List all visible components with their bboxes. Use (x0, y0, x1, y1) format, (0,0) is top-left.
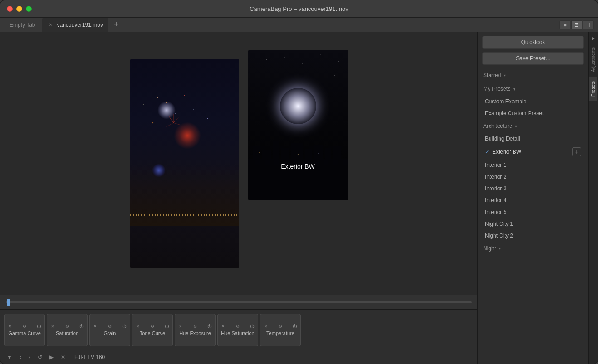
transport-play[interactable]: ▶ (48, 353, 55, 361)
effect-remove-icon-5[interactable]: ✕ (179, 324, 182, 329)
minimize-button[interactable] (16, 6, 22, 12)
preset-exterior-bw[interactable]: ✓ Exterior BW + (478, 145, 588, 159)
effect-power-icon[interactable]: ⏻ (37, 324, 41, 329)
svg-rect-27 (314, 145, 323, 159)
transport-loop[interactable]: ↺ (36, 353, 44, 361)
compare-view-button[interactable]: ⏸ (583, 20, 594, 29)
svg-point-2 (175, 113, 176, 114)
effect-temperature[interactable]: ✕ ⚙ ⏻ Temperature (260, 314, 301, 346)
effect-remove-icon-2[interactable]: ✕ (51, 324, 54, 329)
night-section-header[interactable]: Night ▾ (478, 242, 588, 255)
svg-rect-29 (333, 146, 341, 159)
effect-settings-icon-6[interactable]: ⚙ (236, 324, 240, 329)
maximize-button[interactable] (26, 6, 32, 12)
effect-settings-icon-3[interactable]: ⚙ (108, 324, 112, 329)
effect-card-top-5: ✕ ⚙ ⏻ (177, 324, 213, 329)
effect-power-icon-5[interactable]: ⏻ (207, 324, 211, 329)
effect-settings-icon-4[interactable]: ⚙ (151, 324, 154, 329)
svg-point-30 (259, 152, 260, 153)
effect-power-icon-2[interactable]: ⏻ (79, 324, 83, 329)
effect-remove-icon-6[interactable]: ✕ (221, 324, 225, 329)
preset-interior-3[interactable]: Interior 3 (478, 183, 588, 194)
effect-hue-saturation[interactable]: ✕ ⚙ ⏻ Hue Saturation (217, 314, 258, 346)
starred-section-header[interactable]: Starred ▾ (478, 68, 588, 82)
effect-power-icon-7[interactable]: ⏻ (293, 324, 297, 329)
architecture-section-header[interactable]: Architecture ▾ (478, 119, 588, 133)
architecture-chevron-icon: ▾ (515, 124, 517, 129)
preview-label: Exterior BW (248, 163, 348, 170)
starred-chevron-icon: ▾ (504, 73, 506, 78)
timeline-handle[interactable] (7, 299, 10, 306)
tab-vancouver-label: vancouver191.mov (57, 22, 103, 28)
presets-panel: Starred ▾ My Presets ▾ Custom Example Ex… (478, 68, 588, 364)
effect-gamma-curve[interactable]: ✕ ⚙ ⏻ Gamma Curve (4, 314, 45, 346)
tab-vancouver[interactable]: ✕ vancouver191.mov (42, 18, 108, 32)
svg-point-19 (334, 75, 335, 76)
tab-add-button[interactable]: + (110, 18, 123, 32)
tab-empty[interactable]: Empty Tab (4, 18, 40, 32)
panel-collapse-arrow[interactable]: ▶ (592, 34, 595, 43)
preset-add-button[interactable]: + (572, 147, 581, 156)
preset-interior-2-label: Interior 2 (485, 174, 506, 180)
effect-power-icon-6[interactable]: ⏻ (250, 324, 254, 329)
effect-settings-icon-7[interactable]: ⚙ (279, 324, 282, 329)
night-chevron-icon: ▾ (499, 246, 501, 251)
preview-image: Exterior BW (248, 50, 348, 200)
tab-empty-label: Empty Tab (10, 22, 35, 28)
stars-svg (248, 50, 348, 200)
app-window: CameraBag Pro – vancouver191.mov Empty T… (0, 0, 598, 364)
preset-building-detail[interactable]: Building Detail (478, 133, 588, 145)
preset-interior-4[interactable]: Interior 4 (478, 194, 588, 206)
effect-grain[interactable]: ✕ ⚙ ⏻ Grain (89, 314, 130, 346)
split-view-button[interactable]: ⊟ (571, 20, 582, 29)
effect-hue-exposure[interactable]: ✕ ⚙ ⏻ Hue Exposure (175, 314, 216, 346)
svg-rect-24 (281, 148, 289, 159)
preset-interior-3-label: Interior 3 (485, 185, 506, 192)
effect-settings-icon-5[interactable]: ⚙ (193, 324, 197, 329)
save-preset-button[interactable]: Save Preset... (482, 52, 584, 65)
close-button[interactable] (7, 6, 13, 12)
video-area: Exterior BW ✕ ⚙ ⏻ Gamma Curve (0, 32, 477, 364)
effect-tone-curve[interactable]: ✕ ⚙ ⏻ Tone Curve (132, 314, 173, 346)
effect-remove-icon-7[interactable]: ✕ (264, 324, 268, 329)
effect-remove-icon[interactable]: ✕ (8, 324, 12, 329)
preset-example-custom[interactable]: Example Custom Preset (478, 107, 588, 119)
effect-power-icon-3[interactable]: ⏻ (122, 324, 126, 329)
preset-interior-2[interactable]: Interior 2 (478, 171, 588, 183)
preview-scene: Exterior BW (248, 50, 348, 200)
preset-interior-5[interactable]: Interior 5 (478, 206, 588, 218)
effect-remove-icon-3[interactable]: ✕ (93, 324, 97, 329)
svg-point-16 (320, 54, 321, 55)
transport-chevron-down[interactable]: ▼ (5, 353, 14, 361)
my-presets-section-header[interactable]: My Presets ▾ (478, 82, 588, 96)
tab-close-icon[interactable]: ✕ (48, 22, 54, 28)
right-panel: Quicklook Save Preset... Starred ▾ My Pr… (477, 32, 588, 364)
effect-gamma-curve-label: Gamma Curve (8, 330, 41, 336)
svg-rect-22 (262, 150, 271, 159)
svg-rect-28 (325, 148, 331, 159)
vtab-adjustments[interactable]: Adjustments (589, 43, 597, 77)
timeline-bar[interactable] (6, 301, 472, 303)
effect-power-icon-4[interactable]: ⏻ (165, 324, 169, 329)
effect-tone-curve-label: Tone Curve (140, 330, 165, 336)
transport-close[interactable]: ✕ (59, 353, 67, 361)
effect-settings-icon[interactable]: ⚙ (23, 324, 26, 329)
single-view-button[interactable]: ■ (559, 20, 570, 29)
effect-settings-icon-2[interactable]: ⚙ (65, 324, 69, 329)
transport-next[interactable]: › (27, 353, 32, 361)
timeline (0, 295, 477, 309)
preset-custom-example[interactable]: Custom Example (478, 96, 588, 107)
preset-night-city-2[interactable]: Night City 2 (478, 230, 588, 242)
effect-saturation[interactable]: ✕ ⚙ ⏻ Saturation (47, 314, 88, 346)
svg-rect-23 (273, 141, 279, 159)
preset-interior-1[interactable]: Interior 1 (478, 159, 588, 171)
transport-prev[interactable]: ‹ (18, 353, 23, 361)
effect-remove-icon-4[interactable]: ✕ (136, 324, 140, 329)
preset-building-detail-label: Building Detail (485, 136, 520, 142)
svg-point-18 (261, 73, 262, 73)
preset-example-custom-label: Example Custom Preset (485, 110, 544, 116)
quicklook-button[interactable]: Quicklook (482, 36, 584, 49)
vtab-presets[interactable]: Presets (589, 77, 597, 101)
effect-card-top: ✕ ⚙ ⏻ (6, 324, 43, 329)
preset-night-city-1[interactable]: Night City 1 (478, 218, 588, 230)
